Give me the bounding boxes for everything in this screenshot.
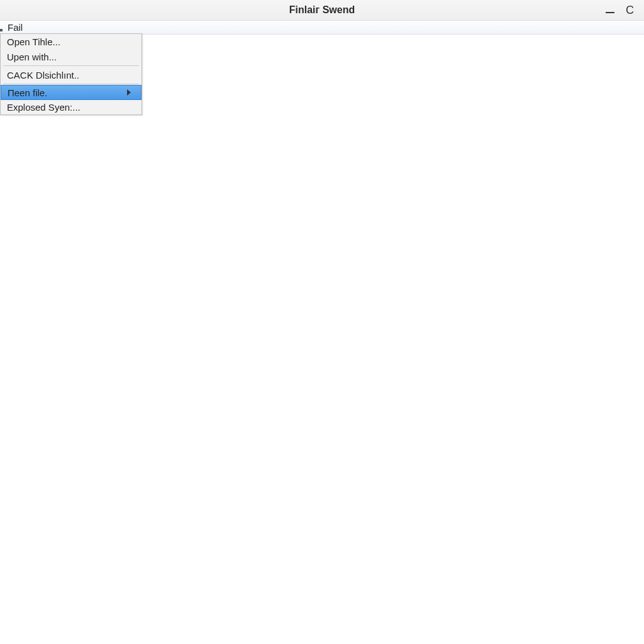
menu-item-neen-file[interactable]: Пeen file.	[1, 85, 142, 100]
window-controls: C	[606, 0, 639, 20]
menu-item-label: Explosed Syen:...	[7, 102, 80, 113]
menu-item-label: Upen with...	[7, 52, 57, 62]
menu-item-cack[interactable]: CACK Dlsichlınt..	[1, 67, 142, 82]
content-area	[0, 35, 644, 644]
menu-separator	[3, 65, 139, 66]
minimize-icon[interactable]	[606, 12, 614, 13]
menubar: Fail	[0, 21, 644, 35]
menu-item-upen-with[interactable]: Upen with...	[1, 49, 142, 64]
file-menu-dropdown: Open Tihle... Upen with... CACK Dlsichlı…	[0, 33, 142, 115]
menu-item-explosed-syent[interactable]: Explosed Syen:...	[1, 99, 142, 114]
menu-item-open-tihle[interactable]: Open Tihle...	[1, 34, 142, 49]
submenu-arrow-icon	[127, 89, 131, 96]
titlebar: Finlaiг Swend C	[0, 0, 644, 21]
menu-separator	[3, 84, 139, 84]
restore-icon[interactable]: C	[626, 4, 634, 17]
window-title: Finlaiг Swend	[289, 4, 355, 16]
menu-item-label: Open Tihle...	[7, 36, 60, 47]
menu-fail[interactable]: Fail	[4, 22, 26, 33]
menu-item-label: CACK Dlsichlınt..	[7, 70, 79, 80]
menu-item-label: Пeen file.	[8, 87, 47, 98]
